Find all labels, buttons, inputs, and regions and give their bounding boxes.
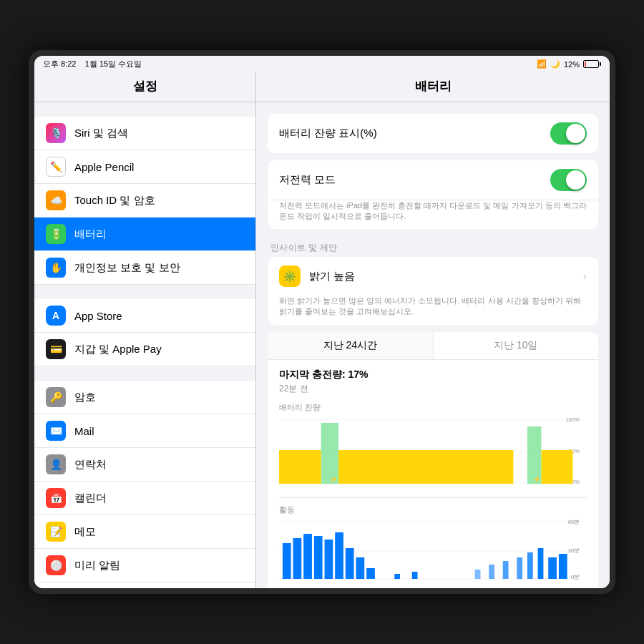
sidebar-group-1: 🎙️ Siri 및 검색 ✏️ Apple Pencil ☁️ Touch ID… — [34, 117, 255, 285]
chevron-right-icon: › — [583, 270, 587, 283]
svg-text:3: 3 — [520, 487, 523, 487]
insight-item[interactable]: ✳️ 밝기 높음 › — [268, 257, 598, 296]
tab-24h[interactable]: 지난 24시간 — [268, 332, 434, 359]
svg-text:9: 9 — [280, 487, 283, 487]
sidebar-item-freeform[interactable]: ✦ Freeform — [34, 582, 255, 588]
svg-rect-31 — [325, 540, 333, 579]
activity-label: 활동 — [279, 504, 587, 515]
activity-chart: 60분 30분 0분 — [279, 518, 587, 585]
calendar-label: 캘린더 — [74, 492, 107, 505]
svg-rect-45 — [559, 554, 567, 579]
battery-display-toggle[interactable] — [550, 122, 587, 145]
sidebar-item-mail[interactable]: ✉️ Mail — [34, 414, 255, 448]
sidebar-item-appstore[interactable]: A App Store — [34, 299, 255, 333]
battery-icon — [583, 60, 601, 68]
svg-rect-30 — [314, 536, 323, 579]
wifi-icon: 📶 — [537, 59, 547, 69]
svg-rect-32 — [335, 532, 343, 579]
brightness-icon: ✳️ — [279, 265, 301, 287]
panel-title: 배터리 — [256, 72, 610, 102]
sidebar-item-reminders[interactable]: ⚪ 미리 알림 — [34, 549, 255, 582]
low-power-item[interactable]: 저전력 모드 — [268, 160, 598, 200]
sidebar-item-passwords[interactable]: 🔑 암호 — [34, 381, 255, 414]
last-charge-title: 마지막 충전량: 17% — [279, 369, 587, 381]
battery-level-chart: 100% 50% 0% — [279, 416, 587, 490]
notes-icon: 📝 — [46, 522, 66, 542]
svg-text:6: 6 — [401, 487, 404, 487]
low-power-row: 저전력 모드 저전력 모드에서는 iPad를 완전히 충전할 때까지 다운로드 … — [268, 160, 598, 229]
battery-display-toggle-item[interactable]: 배터리 잔량 표시(%) — [268, 114, 598, 153]
contacts-label: 연락처 — [74, 458, 107, 472]
sidebar-item-touchid[interactable]: ☁️ Touch ID 및 암호 — [34, 184, 255, 218]
svg-rect-36 — [394, 574, 400, 579]
battery-display-toggle-row: 배터리 잔량 표시(%) — [268, 114, 598, 153]
siri-icon: 🎙️ — [46, 123, 66, 143]
status-bar: 오후 8:22 1월 15일 수요일 📶 🌙 12% — [34, 56, 610, 72]
svg-rect-34 — [356, 557, 365, 579]
svg-rect-39 — [489, 565, 494, 579]
svg-rect-38 — [475, 570, 481, 579]
svg-rect-8 — [338, 450, 513, 484]
reminders-label: 미리 알림 — [74, 559, 120, 572]
sidebar-group-2: A App Store 💳 지갑 및 Apple Pay — [34, 299, 255, 366]
sidebar: 설정 🎙️ Siri 및 검색 ✏️ Apple Pencil ☁️ Touch… — [34, 72, 256, 588]
reminders-icon: ⚪ — [46, 555, 66, 575]
svg-text:3: 3 — [366, 487, 369, 487]
battery-display-label: 배터리 잔량 표시(%) — [279, 127, 377, 140]
touchid-icon: ☁️ — [46, 190, 66, 210]
mail-label: Mail — [74, 425, 94, 437]
svg-text:9: 9 — [440, 487, 443, 487]
low-power-desc: 저전력 모드에서는 iPad를 완전히 충전할 때까지 다운로드 및 메일 가져… — [268, 200, 598, 229]
svg-rect-35 — [366, 568, 375, 579]
notes-label: 메모 — [74, 525, 96, 539]
insight-desc: 화면 밝기가 높으면 많은 양의 에너지가 소모됩니다. 배터리 사용 시간을 … — [268, 296, 598, 325]
sidebar-item-wallet[interactable]: 💳 지갑 및 Apple Pay — [34, 333, 255, 366]
status-right: 📶 🌙 12% — [537, 59, 601, 69]
sidebar-item-battery[interactable]: 🔋 배터리 — [34, 218, 255, 251]
sidebar-item-calendar[interactable]: 📅 캘린더 — [34, 482, 255, 515]
sidebar-item-pencil[interactable]: ✏️ Apple Pencil — [34, 150, 255, 184]
svg-text:⚡: ⚡ — [330, 475, 338, 484]
sidebar-item-siri[interactable]: 🎙️ Siri 및 검색 — [34, 117, 255, 150]
moon-icon: 🌙 — [550, 59, 560, 69]
pencil-label: Apple Pencil — [74, 161, 134, 173]
svg-rect-27 — [283, 543, 291, 579]
sidebar-item-contacts[interactable]: 👤 연락처 — [34, 448, 255, 482]
svg-rect-6 — [321, 423, 338, 484]
svg-rect-10 — [541, 450, 572, 484]
svg-text:6: 6 — [552, 487, 555, 487]
status-date: 1월 15일 수요일 — [85, 59, 142, 68]
privacy-icon: ✋ — [46, 258, 66, 278]
svg-rect-28 — [293, 538, 302, 579]
insight-title: 밝기 높음 — [309, 270, 583, 283]
ipad-frame: 오후 8:22 1월 15일 수요일 📶 🌙 12% 설정 — [29, 50, 615, 594]
tab-10d[interactable]: 지난 10일 — [434, 332, 599, 359]
right-panel: 배터리 배터리 잔량 표시(%) 저전력 모드 — [256, 72, 610, 588]
chart-tabs: 지난 24시간 지난 10일 — [268, 332, 598, 360]
main-content: 설정 🎙️ Siri 및 검색 ✏️ Apple Pencil ☁️ Touch… — [34, 72, 610, 588]
passwords-icon: 🔑 — [46, 387, 66, 407]
svg-text:60분: 60분 — [568, 519, 580, 525]
pencil-icon: ✏️ — [46, 157, 66, 177]
wallet-icon: 💳 — [46, 339, 66, 359]
sidebar-item-privacy[interactable]: ✋ 개인정보 보호 및 보안 — [34, 251, 255, 285]
battery-chart-label: 배터리 잔량 — [279, 402, 587, 413]
svg-rect-37 — [412, 572, 418, 579]
svg-text:100%: 100% — [565, 416, 580, 423]
mail-icon: ✉️ — [46, 421, 66, 441]
svg-rect-41 — [517, 557, 522, 579]
svg-text:⚡: ⚡ — [533, 475, 542, 484]
svg-text:오후 12시: 오후 12시 — [468, 487, 489, 487]
svg-rect-7 — [279, 450, 321, 484]
insight-text: 밝기 높음 — [309, 270, 583, 283]
passwords-label: 암호 — [74, 391, 96, 404]
battery-chart-section: 지난 24시간 지난 10일 마지막 충전량: 17% 22분 전 배터리 잔량 — [268, 332, 598, 588]
privacy-label: 개인정보 보호 및 보안 — [74, 261, 180, 275]
sidebar-item-notes[interactable]: 📝 메모 — [34, 515, 255, 549]
low-power-toggle[interactable] — [550, 169, 587, 191]
status-time-date: 오후 8:22 1월 15일 수요일 — [43, 59, 142, 69]
panel-content: 배터리 잔량 표시(%) 저전력 모드 — [256, 102, 610, 588]
sidebar-group-3: 🔑 암호 ✉️ Mail 👤 연락처 📅 캘린더 — [34, 381, 255, 588]
appstore-label: App Store — [74, 310, 122, 322]
insight-section-header: 인사이트 및 제안 — [268, 236, 598, 257]
